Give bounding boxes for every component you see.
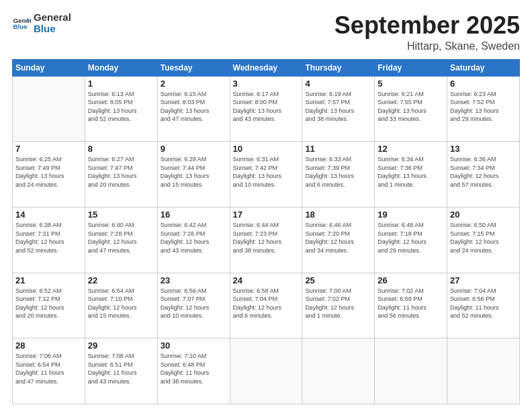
day-info: Sunrise: 6:13 AMSunset: 8:05 PMDaylight:… — [88, 90, 154, 124]
day-info: Sunrise: 6:58 AMSunset: 7:04 PMDaylight:… — [233, 287, 300, 320]
calendar-cell: 1Sunrise: 6:13 AMSunset: 8:05 PMDaylight… — [85, 76, 157, 142]
day-number: 6 — [450, 79, 517, 89]
header: General Blue General Blue September 2025… — [12, 12, 520, 52]
day-headers-row: SundayMondayTuesdayWednesdayThursdayFrid… — [13, 59, 520, 76]
calendar-cell: 21Sunrise: 6:52 AMSunset: 7:12 PMDayligh… — [13, 273, 85, 338]
day-number: 13 — [450, 144, 517, 154]
day-info: Sunrise: 6:42 AMSunset: 7:26 PMDaylight:… — [161, 221, 227, 255]
calendar-cell: 4Sunrise: 6:19 AMSunset: 7:57 PMDaylight… — [302, 76, 375, 142]
week-row-3: 14Sunrise: 6:38 AMSunset: 7:31 PMDayligh… — [13, 207, 520, 273]
calendar-cell: 22Sunrise: 6:54 AMSunset: 7:10 PMDayligh… — [85, 273, 157, 338]
day-number: 12 — [378, 144, 444, 154]
calendar-cell: 10Sunrise: 6:31 AMSunset: 7:42 PMDayligh… — [230, 142, 302, 208]
day-info: Sunrise: 6:25 AMSunset: 7:49 PMDaylight:… — [15, 155, 82, 189]
week-row-1: 1Sunrise: 6:13 AMSunset: 8:05 PMDaylight… — [13, 76, 520, 142]
calendar-cell — [447, 338, 520, 404]
day-info: Sunrise: 6:17 AMSunset: 8:00 PMDaylight:… — [233, 90, 300, 124]
day-header-wednesday: Wednesday — [230, 59, 302, 76]
day-number: 5 — [378, 79, 444, 89]
day-info: Sunrise: 6:27 AMSunset: 7:47 PMDaylight:… — [88, 155, 154, 189]
day-number: 16 — [161, 210, 227, 220]
day-info: Sunrise: 7:06 AMSunset: 6:54 PMDaylight:… — [15, 352, 82, 385]
day-number: 4 — [305, 79, 371, 89]
day-number: 20 — [450, 210, 517, 220]
calendar-cell: 11Sunrise: 6:33 AMSunset: 7:39 PMDayligh… — [302, 142, 375, 208]
day-number: 28 — [15, 340, 82, 351]
day-number: 24 — [233, 275, 300, 285]
day-info: Sunrise: 6:31 AMSunset: 7:42 PMDaylight:… — [233, 155, 300, 189]
calendar-cell — [230, 338, 302, 404]
day-info: Sunrise: 6:50 AMSunset: 7:15 PMDaylight:… — [450, 221, 517, 255]
day-info: Sunrise: 6:54 AMSunset: 7:10 PMDaylight:… — [88, 287, 154, 320]
day-number: 19 — [378, 210, 444, 220]
day-info: Sunrise: 6:46 AMSunset: 7:20 PMDaylight:… — [305, 221, 371, 255]
day-header-monday: Monday — [85, 59, 157, 76]
calendar-cell: 28Sunrise: 7:06 AMSunset: 6:54 PMDayligh… — [13, 338, 85, 404]
calendar-cell: 6Sunrise: 6:23 AMSunset: 7:52 PMDaylight… — [447, 76, 520, 142]
calendar-cell — [375, 338, 447, 404]
day-info: Sunrise: 6:52 AMSunset: 7:12 PMDaylight:… — [15, 287, 82, 320]
day-number: 15 — [88, 210, 154, 220]
location-subtitle: Hittarp, Skane, Sweden — [335, 40, 520, 52]
calendar-cell: 24Sunrise: 6:58 AMSunset: 7:04 PMDayligh… — [230, 273, 302, 338]
day-header-friday: Friday — [375, 59, 447, 76]
logo-line1: General — [34, 12, 71, 24]
day-header-sunday: Sunday — [13, 59, 85, 76]
calendar-cell: 13Sunrise: 6:36 AMSunset: 7:34 PMDayligh… — [447, 142, 520, 208]
month-title: September 2025 — [335, 12, 520, 39]
calendar-cell: 17Sunrise: 6:44 AMSunset: 7:23 PMDayligh… — [230, 207, 302, 273]
calendar-cell: 5Sunrise: 6:21 AMSunset: 7:55 PMDaylight… — [375, 76, 447, 142]
day-info: Sunrise: 7:10 AMSunset: 6:48 PMDaylight:… — [161, 352, 227, 385]
calendar-cell: 20Sunrise: 6:50 AMSunset: 7:15 PMDayligh… — [447, 207, 520, 273]
day-number: 27 — [450, 275, 517, 285]
calendar-cell: 9Sunrise: 6:29 AMSunset: 7:44 PMDaylight… — [157, 142, 230, 208]
day-number: 11 — [305, 144, 371, 154]
day-info: Sunrise: 6:56 AMSunset: 7:07 PMDaylight:… — [161, 287, 227, 320]
week-row-2: 7Sunrise: 6:25 AMSunset: 7:49 PMDaylight… — [13, 142, 520, 208]
day-info: Sunrise: 6:34 AMSunset: 7:36 PMDaylight:… — [378, 155, 444, 189]
page: General Blue General Blue September 2025… — [0, 0, 532, 411]
calendar-cell: 29Sunrise: 7:08 AMSunset: 6:51 PMDayligh… — [85, 338, 157, 404]
calendar-cell: 27Sunrise: 7:04 AMSunset: 6:56 PMDayligh… — [447, 273, 520, 338]
day-info: Sunrise: 7:02 AMSunset: 6:59 PMDaylight:… — [378, 287, 444, 320]
calendar-cell: 15Sunrise: 6:40 AMSunset: 7:28 PMDayligh… — [85, 207, 157, 273]
title-block: September 2025 Hittarp, Skane, Sweden — [335, 12, 520, 52]
day-info: Sunrise: 7:04 AMSunset: 6:56 PMDaylight:… — [450, 287, 517, 320]
day-number: 29 — [88, 340, 154, 351]
day-info: Sunrise: 6:48 AMSunset: 7:18 PMDaylight:… — [378, 221, 444, 255]
calendar: SundayMondayTuesdayWednesdayThursdayFrid… — [12, 59, 520, 404]
day-number: 26 — [378, 275, 444, 285]
day-info: Sunrise: 6:19 AMSunset: 7:57 PMDaylight:… — [305, 90, 371, 124]
calendar-cell: 16Sunrise: 6:42 AMSunset: 7:26 PMDayligh… — [157, 207, 230, 273]
logo: General Blue General Blue — [12, 12, 71, 34]
day-number: 25 — [305, 275, 371, 285]
day-header-tuesday: Tuesday — [157, 59, 230, 76]
day-info: Sunrise: 6:40 AMSunset: 7:28 PMDaylight:… — [88, 221, 154, 255]
day-number: 1 — [88, 79, 154, 89]
calendar-cell: 23Sunrise: 6:56 AMSunset: 7:07 PMDayligh… — [157, 273, 230, 338]
week-row-4: 21Sunrise: 6:52 AMSunset: 7:12 PMDayligh… — [13, 273, 520, 338]
calendar-cell: 18Sunrise: 6:46 AMSunset: 7:20 PMDayligh… — [302, 207, 375, 273]
day-number: 7 — [15, 144, 82, 154]
calendar-cell: 30Sunrise: 7:10 AMSunset: 6:48 PMDayligh… — [157, 338, 230, 404]
logo-icon: General Blue — [12, 14, 31, 33]
day-info: Sunrise: 6:21 AMSunset: 7:55 PMDaylight:… — [378, 90, 444, 124]
day-info: Sunrise: 6:38 AMSunset: 7:31 PMDaylight:… — [15, 221, 82, 255]
day-info: Sunrise: 6:23 AMSunset: 7:52 PMDaylight:… — [450, 90, 517, 124]
day-number: 2 — [161, 79, 227, 89]
day-number: 21 — [15, 275, 82, 285]
day-info: Sunrise: 6:44 AMSunset: 7:23 PMDaylight:… — [233, 221, 300, 255]
day-info: Sunrise: 6:36 AMSunset: 7:34 PMDaylight:… — [450, 155, 517, 189]
calendar-cell: 12Sunrise: 6:34 AMSunset: 7:36 PMDayligh… — [375, 142, 447, 208]
day-number: 23 — [161, 275, 227, 285]
day-number: 10 — [233, 144, 300, 154]
calendar-cell: 14Sunrise: 6:38 AMSunset: 7:31 PMDayligh… — [13, 207, 85, 273]
logo-line2: Blue — [34, 24, 71, 35]
day-number: 14 — [15, 210, 82, 220]
day-info: Sunrise: 6:29 AMSunset: 7:44 PMDaylight:… — [161, 155, 227, 189]
calendar-cell: 25Sunrise: 7:00 AMSunset: 7:02 PMDayligh… — [302, 273, 375, 338]
calendar-cell: 7Sunrise: 6:25 AMSunset: 7:49 PMDaylight… — [13, 142, 85, 208]
day-info: Sunrise: 6:33 AMSunset: 7:39 PMDaylight:… — [305, 155, 371, 189]
calendar-cell — [13, 76, 85, 142]
day-number: 9 — [161, 144, 227, 154]
